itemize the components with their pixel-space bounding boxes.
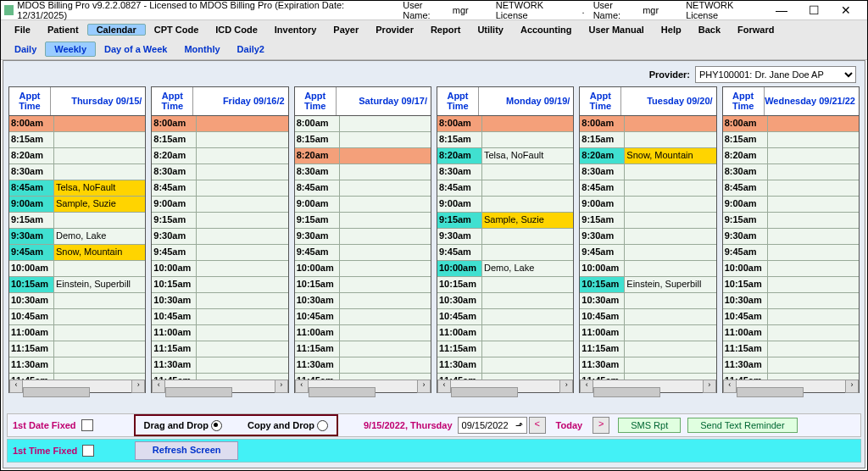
time-row[interactable]: 11:45am: [152, 374, 287, 380]
time-row[interactable]: 9:15am: [723, 213, 859, 229]
minimize-button[interactable]: —: [769, 3, 794, 17]
appt-cell[interactable]: Snow, Mountain: [625, 148, 715, 163]
appt-cell[interactable]: [625, 293, 715, 308]
appt-cell[interactable]: [625, 229, 715, 244]
time-row[interactable]: 10:00am: [9, 261, 145, 277]
appt-cell[interactable]: [197, 213, 287, 228]
appt-cell[interactable]: [197, 180, 287, 196]
time-row[interactable]: 8:20amSnow, Mountain: [580, 148, 715, 164]
appt-cell[interactable]: [340, 164, 431, 180]
refresh-button[interactable]: Refresh Screen: [135, 441, 238, 460]
appt-cell[interactable]: [768, 229, 859, 244]
appt-cell[interactable]: [197, 164, 287, 180]
appt-cell[interactable]: [340, 229, 431, 244]
appt-cell[interactable]: [625, 261, 715, 276]
time-row[interactable]: 10:45am: [723, 309, 859, 325]
time-row[interactable]: 10:15amEinstein, Superbill: [9, 277, 145, 293]
appt-cell[interactable]: [197, 357, 287, 373]
h-scrollbar[interactable]: ‹›: [580, 380, 715, 392]
appt-cell[interactable]: [482, 293, 573, 308]
time-row[interactable]: 10:30am: [580, 293, 715, 309]
appt-cell[interactable]: [340, 132, 431, 147]
time-row[interactable]: 8:15am: [580, 132, 715, 148]
time-row[interactable]: 11:15am: [437, 341, 573, 357]
appt-cell[interactable]: [340, 341, 431, 357]
scroll-left-icon[interactable]: ‹: [723, 380, 737, 393]
col-header-appt-time[interactable]: Appt Time: [9, 87, 51, 115]
appt-cell[interactable]: [54, 341, 145, 357]
appt-cell[interactable]: [768, 341, 859, 357]
time-row[interactable]: 10:30am: [295, 293, 431, 309]
scroll-left-icon[interactable]: ‹: [152, 380, 165, 393]
tab-daily2[interactable]: Daily2: [229, 42, 273, 56]
time-row[interactable]: 8:20am: [152, 148, 287, 164]
time-row[interactable]: 10:15am: [437, 277, 573, 293]
appt-cell[interactable]: [482, 164, 573, 180]
maximize-button[interactable]: ☐: [801, 3, 826, 17]
time-row[interactable]: 9:45amSnow, Mountain: [9, 245, 145, 261]
time-row[interactable]: 9:45am: [723, 245, 859, 261]
appt-cell[interactable]: [482, 116, 573, 131]
appt-cell[interactable]: [768, 277, 859, 292]
time-row[interactable]: 9:45am: [580, 245, 715, 261]
time-row[interactable]: 10:15am: [723, 277, 859, 293]
time-row[interactable]: 8:30am: [295, 164, 431, 180]
time-row[interactable]: 8:20am: [723, 148, 859, 164]
menu-accounting[interactable]: Accounting: [512, 25, 581, 35]
appt-cell[interactable]: [482, 132, 573, 147]
time-row[interactable]: 10:30am: [437, 293, 573, 309]
appt-cell[interactable]: [768, 245, 859, 260]
scroll-right-icon[interactable]: ›: [845, 380, 859, 393]
appt-cell[interactable]: [197, 197, 287, 212]
appt-cell[interactable]: [625, 164, 715, 180]
time-row[interactable]: 11:30am: [9, 357, 145, 374]
time-row[interactable]: 11:45am: [9, 374, 145, 380]
time-row[interactable]: 11:15am: [580, 341, 715, 357]
appt-cell[interactable]: [197, 229, 287, 244]
send-text-reminder-button[interactable]: Send Text Reminder: [687, 418, 797, 433]
time-row[interactable]: 9:00am: [437, 197, 573, 213]
appt-cell[interactable]: [340, 293, 431, 308]
time-row[interactable]: 11:00am: [152, 325, 287, 341]
appt-cell[interactable]: [625, 309, 715, 324]
appt-cell[interactable]: [54, 116, 145, 131]
appt-cell[interactable]: [482, 341, 573, 357]
time-row[interactable]: 9:45am: [295, 245, 431, 261]
menu-help[interactable]: Help: [653, 25, 690, 35]
appt-cell[interactable]: [340, 213, 431, 228]
col-header-date[interactable]: Saturday 09/17/: [337, 87, 431, 115]
scroll-left-icon[interactable]: ‹: [437, 380, 451, 393]
appt-cell[interactable]: [197, 116, 287, 131]
col-header-date[interactable]: Thursday 09/15/: [51, 87, 145, 115]
appt-cell[interactable]: Einstein, Superbill: [54, 277, 145, 292]
time-row[interactable]: 11:00am: [437, 325, 573, 341]
h-scrollbar[interactable]: ‹›: [723, 380, 859, 392]
time-row[interactable]: 10:00amDemo, Lake: [437, 261, 573, 277]
appt-cell[interactable]: [482, 374, 573, 380]
time-row[interactable]: 8:45am: [580, 180, 715, 197]
col-header-date[interactable]: Friday 09/16/2: [193, 87, 287, 115]
appt-cell[interactable]: [482, 309, 573, 324]
time-row[interactable]: 9:30am: [437, 229, 573, 245]
time-row[interactable]: 9:30amDemo, Lake: [9, 229, 145, 245]
time-row[interactable]: 11:15am: [9, 341, 145, 357]
time-row[interactable]: 8:20am: [9, 148, 145, 164]
time-row[interactable]: 11:45am: [295, 374, 431, 380]
prev-button[interactable]: <: [529, 417, 546, 434]
time-row[interactable]: 8:15am: [295, 132, 431, 148]
appt-cell[interactable]: [54, 309, 145, 324]
scroll-right-icon[interactable]: ›: [131, 380, 145, 393]
appt-cell[interactable]: [340, 374, 431, 380]
time-row[interactable]: 9:45am: [437, 245, 573, 261]
col-header-date[interactable]: Wednesday 09/21/22: [765, 87, 859, 115]
time-row[interactable]: 8:15am: [152, 132, 287, 148]
menu-utility[interactable]: Utility: [469, 25, 512, 35]
appt-cell[interactable]: [768, 197, 859, 212]
time-row[interactable]: 8:00am: [152, 116, 287, 132]
time-row[interactable]: 10:15am: [152, 277, 287, 293]
time-row[interactable]: 9:00am: [723, 197, 859, 213]
scroll-right-icon[interactable]: ›: [559, 380, 573, 393]
appt-cell[interactable]: Sample, Suzie: [482, 213, 573, 228]
copy-drop-radio[interactable]: [317, 420, 328, 431]
time-row[interactable]: 11:15am: [152, 341, 287, 357]
